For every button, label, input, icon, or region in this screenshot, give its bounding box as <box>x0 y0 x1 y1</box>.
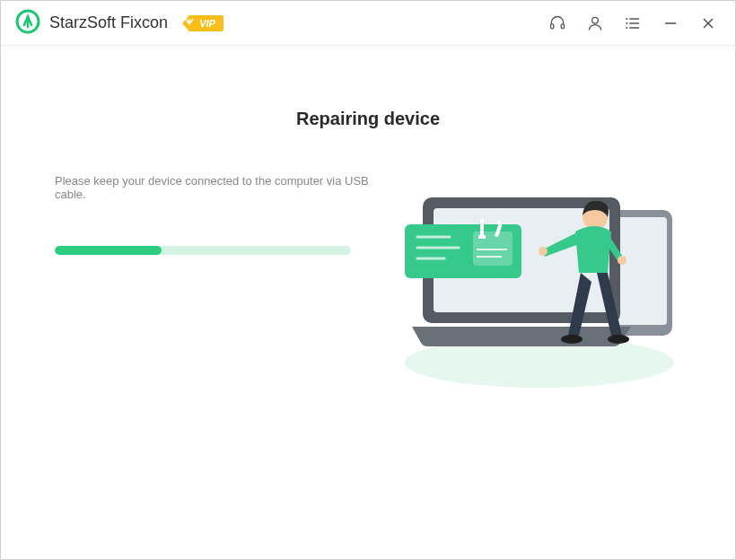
menu-icon[interactable] <box>624 14 642 32</box>
instruction-text: Please keep your device connected to the… <box>55 174 369 201</box>
svg-text:VIP: VIP <box>199 18 215 29</box>
account-icon[interactable] <box>586 14 604 32</box>
svg-point-7 <box>626 22 627 23</box>
app-title: StarzSoft Fixcon <box>49 13 168 32</box>
progress-bar <box>55 246 351 255</box>
titlebar: StarzSoft Fixcon VIP <box>1 1 735 46</box>
main-content: Repairing device Please keep your device… <box>1 46 735 389</box>
svg-rect-25 <box>478 235 486 239</box>
svg-rect-24 <box>480 219 484 237</box>
svg-point-29 <box>539 247 548 256</box>
svg-point-9 <box>626 27 627 28</box>
svg-point-30 <box>618 256 626 265</box>
svg-rect-3 <box>561 23 564 28</box>
page-title: Repairing device <box>55 109 681 129</box>
vip-badge: VIP <box>180 13 223 33</box>
svg-rect-2 <box>551 23 554 28</box>
svg-point-4 <box>592 17 599 23</box>
app-logo-icon <box>15 9 40 38</box>
svg-point-5 <box>626 18 627 19</box>
progress-fill <box>55 246 162 255</box>
close-button[interactable] <box>699 14 717 32</box>
support-icon[interactable] <box>548 14 566 32</box>
minimize-button[interactable] <box>662 14 679 32</box>
svg-point-32 <box>608 335 629 344</box>
repair-illustration <box>396 174 701 389</box>
svg-rect-16 <box>615 217 667 325</box>
svg-point-31 <box>561 335 583 344</box>
